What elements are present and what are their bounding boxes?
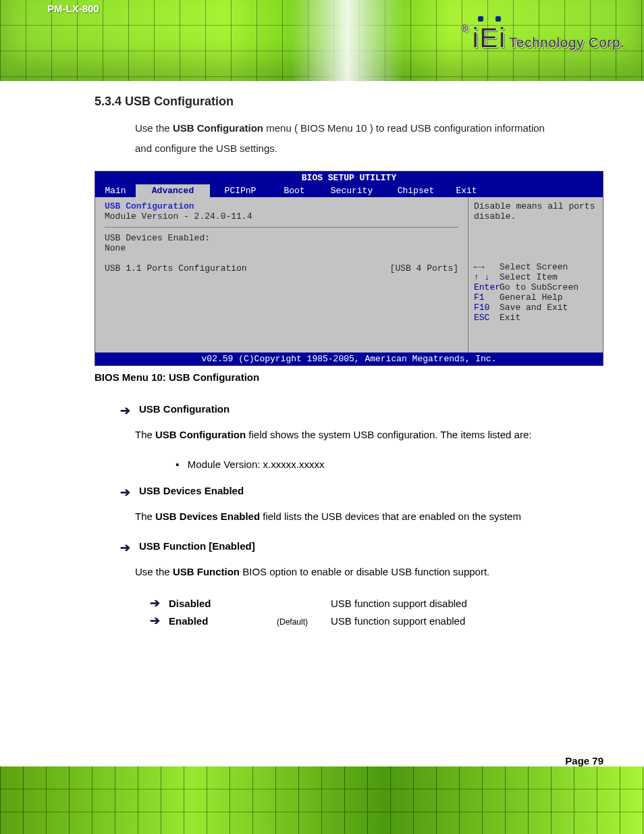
nav-key-lr: ←→ [474,262,500,272]
logo-text: iEi [473,23,506,53]
bios-option-row[interactable]: USB 1.1 Ports Configuration [USB 4 Ports… [105,263,458,273]
item-a-post: field shows the system USB configuration… [248,429,531,440]
option-key-1: Enabled [169,615,277,627]
item-a-heading: ➔ USB Configuration [120,403,603,418]
item-b-post: field lists the USB devices that are ena… [263,511,521,522]
intro-pre: Use the [135,122,173,134]
intro-paragraph: Use the USB Configuration menu ( BIOS Me… [135,118,563,159]
intro-mid: menu ( [266,122,298,134]
tab-chipset[interactable]: Chipset [385,184,446,197]
tab-advanced[interactable]: Advanced [136,184,210,197]
option-row: ➔ Enabled (Default) USB function support… [150,613,603,628]
item-c-pre: Use the [135,566,173,577]
item-b-bold: USB Devices Enabled [155,511,260,522]
arrow-icon: ➔ [150,613,169,628]
nav-desc-enter: Go to SubScreen [500,282,579,292]
nav-key-f10: F10 [474,303,500,313]
registered-mark: ® [461,23,468,34]
item-c-para: Use the USB Function BIOS option to enab… [135,562,603,582]
nav-key-f1: F1 [474,292,500,303]
item-a-para: The USB Configuration field shows the sy… [135,425,603,445]
arrow-icon: ➔ [150,596,169,610]
item-b-title: USB Devices Enabled [139,485,244,500]
option-row: ➔ Disabled USB function support disabled [150,596,603,610]
nav-desc-ud: Select Item [500,272,558,282]
item-a-pre: The [135,429,155,440]
page-number: Page 79 [565,755,603,766]
tab-main[interactable]: Main [95,184,136,197]
tab-pcipnp[interactable]: PCIPnP [210,184,271,197]
bios-help-text: Disable means all ports disable. [474,201,597,221]
nav-desc-lr: Select Screen [500,262,568,272]
header-banner: PM-LX-800 ® iEi Technology Corp. [0,0,644,81]
option-desc-1: USB function support enabled [331,615,465,627]
item-c-bold: USB Function [173,566,240,577]
bios-caption: BIOS Menu 10: USB Configuration [95,371,603,383]
footer-banner [0,766,644,834]
section-heading: 5.3.4 USB Configuration [95,95,603,109]
arrow-icon: ➔ [120,403,139,418]
bios-option-value: [USB 4 Ports] [390,263,458,273]
bios-box: BIOS SETUP UTILITY Main Advanced PCIPnP … [95,171,603,366]
item-c-post: BIOS option to enable or disable USB fun… [242,566,489,577]
tab-boot[interactable]: Boot [271,184,318,197]
bios-right: Disable means all ports disable. ←→ Sele… [468,197,603,353]
bios-left-header: USB Configuration [105,201,458,211]
bios-body: USB Configuration Module Version - 2.24.… [95,197,603,353]
intro-bold: USB Configuration [173,122,263,134]
tab-security[interactable]: Security [318,184,385,197]
item-a-bullet: ▪ Module Version: x.xxxxx.xxxxx [176,459,603,470]
brand-logo: ® iEi Technology Corp. [461,23,625,53]
item-c-options: ➔ Disabled USB function support disabled… [150,596,603,628]
bios-devices-label: USB Devices Enabled: [105,233,458,243]
nav-desc-f1: General Help [500,292,563,303]
item-b-pre: The [135,511,155,522]
product-name: PM-LX-800 [47,3,99,14]
item-a-bold: USB Configuration [155,429,246,440]
nav-key-enter: Enter [474,282,500,292]
item-a-bullet-text: Module Version: x.xxxxx.xxxxx [188,459,325,470]
bios-module-version: Module Version - 2.24.0-11.4 [105,211,458,221]
item-b-heading: ➔ USB Devices Enabled [120,485,603,500]
bios-title: BIOS SETUP UTILITY [95,172,603,184]
nav-key-esc: ESC [474,313,500,323]
bios-tabs: Main Advanced PCIPnP Boot Security Chips… [95,184,603,197]
arrow-icon: ➔ [120,485,139,500]
page-content: 5.3.4 USB Configuration Use the USB Conf… [95,95,603,753]
option-desc-0: USB function support disabled [331,598,467,609]
bios-footer: v02.59 (C)Copyright 1985-2005, American … [95,353,603,365]
nav-key-ud: ↑ ↓ [474,272,500,282]
item-a-title: USB Configuration [139,403,230,418]
logo-tagline: Technology Corp. [509,35,625,50]
intro-ref: BIOS Menu 10 [300,122,367,134]
bios-left: USB Configuration Module Version - 2.24.… [95,197,468,353]
option-key-0: Disabled [169,598,277,609]
nav-desc-esc: Exit [500,313,520,323]
item-b-para: The USB Devices Enabled field lists the … [135,506,603,527]
tab-exit[interactable]: Exit [446,184,487,197]
nav-desc-f10: Save and Exit [500,303,568,313]
arrow-icon: ➔ [120,540,139,555]
bios-devices-none: None [105,243,458,253]
option-def-1: (Default) [277,617,331,627]
item-c-heading: ➔ USB Function [Enabled] [120,540,603,555]
bios-nav: ←→ Select Screen ↑ ↓ Select Item EnterGo… [474,262,597,323]
item-c-title: USB Function [Enabled] [139,540,255,555]
bios-option-name: USB 1.1 Ports Configuration [105,263,247,273]
